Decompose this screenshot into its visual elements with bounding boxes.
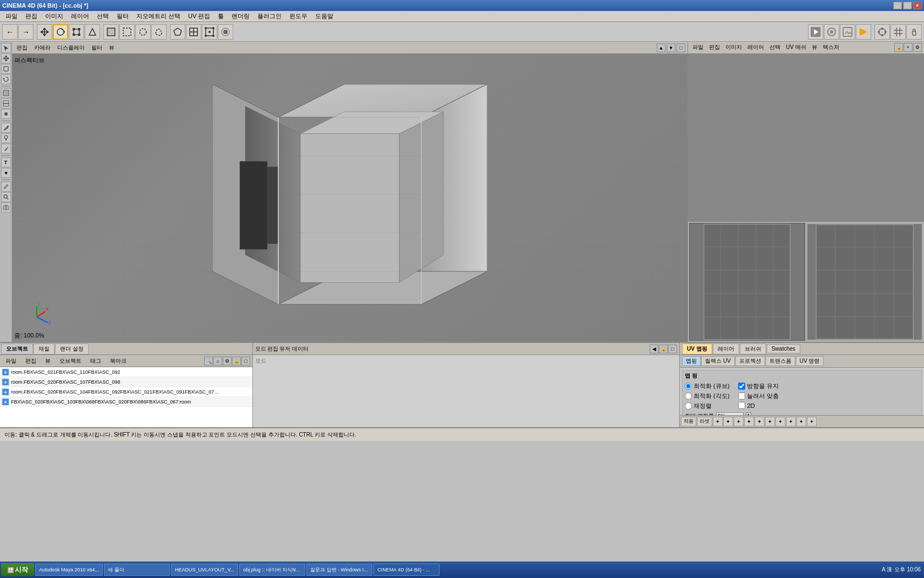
edge-tool[interactable] bbox=[186, 24, 201, 40]
minimize-button[interactable]: _ bbox=[893, 2, 902, 9]
axis-lock[interactable] bbox=[906, 24, 922, 40]
uv-btn-5[interactable]: ✦ bbox=[734, 417, 744, 427]
viewport-3d[interactable]: 퍼스펙티브 bbox=[12, 54, 688, 342]
viewport-nav-up[interactable]: ▲ bbox=[657, 43, 666, 52]
vertex-tool[interactable] bbox=[202, 24, 217, 40]
check-stretch-fit[interactable]: 늘려서 맞춤 bbox=[738, 392, 779, 400]
magnifier-tool[interactable] bbox=[1, 192, 11, 202]
uv-btn-8[interactable]: ✦ bbox=[765, 417, 775, 427]
menu-file[interactable]: 파일 bbox=[2, 11, 21, 21]
uv-btn-7[interactable]: ✦ bbox=[755, 417, 765, 427]
radio-realign-input[interactable] bbox=[685, 402, 692, 410]
menu-select[interactable]: 선택 bbox=[94, 11, 112, 21]
rp-uv-mesh[interactable]: UV 메쉬 bbox=[784, 43, 809, 52]
vp-camera[interactable]: 카메라 bbox=[32, 43, 53, 52]
text-tool[interactable]: T bbox=[1, 157, 11, 167]
props-edit[interactable]: 편집 bbox=[267, 345, 278, 353]
uv-panel-right[interactable] bbox=[806, 223, 923, 341]
menu-uv-edit[interactable]: UV 편집 bbox=[185, 11, 213, 21]
title-bar-controls[interactable]: _ □ × bbox=[893, 2, 922, 9]
scale-tool[interactable] bbox=[69, 24, 84, 40]
menu-edit[interactable]: 편집 bbox=[22, 11, 41, 21]
move-tool-left[interactable] bbox=[1, 53, 11, 63]
rotate-tool-left[interactable] bbox=[1, 74, 11, 84]
select-lasso-tool[interactable] bbox=[151, 24, 167, 40]
rp-lock[interactable]: 🔒 bbox=[894, 43, 903, 52]
obj-view[interactable]: 뷰 bbox=[42, 357, 54, 366]
uv-btn-12[interactable]: ✦ bbox=[807, 417, 817, 427]
select-all-tool[interactable] bbox=[103, 24, 119, 40]
grid-toggle[interactable] bbox=[890, 24, 906, 40]
pen-tool[interactable] bbox=[1, 123, 11, 133]
radio-optimal-angle[interactable]: 최적화 (각도) bbox=[685, 392, 729, 400]
props-nav-left[interactable]: ◀ bbox=[650, 345, 658, 353]
start-button[interactable]: 🪟 시작 bbox=[1, 563, 34, 576]
props-title[interactable]: 모드 bbox=[255, 345, 266, 353]
uv-btn-3[interactable]: ✦ bbox=[713, 417, 723, 427]
undo-button[interactable]: ← bbox=[2, 24, 18, 40]
render-to-picture-viewer[interactable] bbox=[840, 24, 855, 40]
vp-view[interactable]: 뷰 bbox=[107, 43, 117, 52]
uv-btn-4[interactable]: ✦ bbox=[723, 417, 733, 427]
uv-btn-11[interactable]: ✦ bbox=[796, 417, 806, 427]
taskbar-folder[interactable]: 새 폴더 bbox=[104, 564, 170, 576]
select-circle-tool[interactable] bbox=[135, 24, 151, 40]
select-rect-tool[interactable] bbox=[119, 24, 135, 40]
check-direction-input[interactable] bbox=[738, 383, 745, 390]
list-item[interactable]: ▲ room.FBX\ASC_020FBX\ASC_107FBX\ASC_098 bbox=[0, 377, 252, 387]
uv-subtab-mapping[interactable]: 맵핑 bbox=[682, 356, 701, 366]
snap-toggle[interactable] bbox=[875, 24, 890, 40]
list-item[interactable]: ▲ room.FBX\ASC_020FBX\ASC_104FBX\ASC_092… bbox=[0, 387, 252, 397]
uv-btn-6[interactable]: ✦ bbox=[744, 417, 754, 427]
uv-reset-button[interactable]: 리셋 bbox=[697, 417, 712, 427]
edge-mode[interactable] bbox=[1, 99, 11, 108]
uv-btn-9[interactable]: ✦ bbox=[776, 417, 785, 427]
menu-layer[interactable]: 레이어 bbox=[68, 11, 92, 21]
menu-image[interactable]: 이미지 bbox=[42, 11, 67, 21]
obj-tag[interactable]: 태그 bbox=[87, 357, 105, 366]
move-tool[interactable] bbox=[37, 24, 52, 40]
brush-tool[interactable] bbox=[1, 133, 11, 143]
polygon-mode[interactable] bbox=[1, 88, 11, 98]
obj-expand-icon[interactable]: □ bbox=[241, 357, 250, 366]
scale-tool-left[interactable] bbox=[1, 64, 11, 74]
radio-cube-input[interactable] bbox=[685, 383, 692, 390]
check-2d[interactable]: 2D bbox=[738, 402, 779, 409]
rp-image[interactable]: 이미지 bbox=[723, 43, 744, 52]
eyedropper-tool[interactable] bbox=[1, 182, 11, 192]
tab-material[interactable]: 재질 bbox=[34, 343, 54, 355]
uv-tab-brush[interactable]: 브러쉬 bbox=[740, 343, 766, 355]
obj-bookmark[interactable]: 북마크 bbox=[107, 357, 130, 366]
redo-button[interactable]: → bbox=[18, 24, 34, 40]
rp-settings[interactable]: ⚙ bbox=[913, 43, 922, 52]
uv-apply-button[interactable]: 적용 bbox=[681, 417, 696, 427]
obj-file[interactable]: 파일 bbox=[2, 357, 20, 366]
radio-realign[interactable]: 재정렬 bbox=[685, 402, 729, 410]
check-stretch-input[interactable] bbox=[738, 392, 745, 400]
select-tool[interactable] bbox=[1, 43, 11, 53]
uv-subtab-transform[interactable]: 트랜스폼 bbox=[766, 356, 795, 366]
props-user-data[interactable]: 유저 데이터 bbox=[279, 345, 309, 353]
menu-help[interactable]: 도움말 bbox=[312, 11, 337, 21]
transform-tool[interactable] bbox=[85, 24, 100, 40]
render-all[interactable] bbox=[856, 24, 871, 40]
radio-optimal-cube[interactable]: 최적화 (큐브) bbox=[685, 382, 729, 390]
list-item[interactable]: ▲ FBX\ASC_020FBX\ASC_103FBX\068FBX\ASC_0… bbox=[0, 397, 252, 407]
uv-tab-layer[interactable]: 레이어 bbox=[713, 343, 739, 355]
viewport-nav-fullscreen[interactable]: □ bbox=[676, 43, 685, 52]
menu-render[interactable]: 렌더링 bbox=[228, 11, 253, 21]
uv-btn-10[interactable]: ✦ bbox=[786, 417, 796, 427]
list-item[interactable]: ▲ room.FBX\ASC_021FBX\ASC_110FBX\ASC_092 bbox=[0, 367, 252, 377]
radio-angle-input[interactable] bbox=[685, 392, 692, 400]
rp-texture[interactable]: 텍스처 bbox=[821, 43, 842, 52]
rp-select[interactable]: 선택 bbox=[767, 43, 783, 52]
star-tool[interactable]: ★ bbox=[1, 168, 11, 178]
rotate-tool[interactable] bbox=[53, 24, 68, 40]
menu-window[interactable]: 윈도우 bbox=[286, 11, 311, 21]
menu-plugins[interactable]: 플러그인 bbox=[254, 11, 285, 21]
vp-edit[interactable]: 편집 bbox=[14, 43, 30, 52]
rp-plus[interactable]: + bbox=[904, 43, 912, 52]
taskbar-maya[interactable]: Autodesk Maya 2010 x64... bbox=[35, 564, 103, 576]
uv-tab-swatches[interactable]: Swatches bbox=[767, 344, 800, 353]
point-tool[interactable] bbox=[218, 24, 233, 40]
